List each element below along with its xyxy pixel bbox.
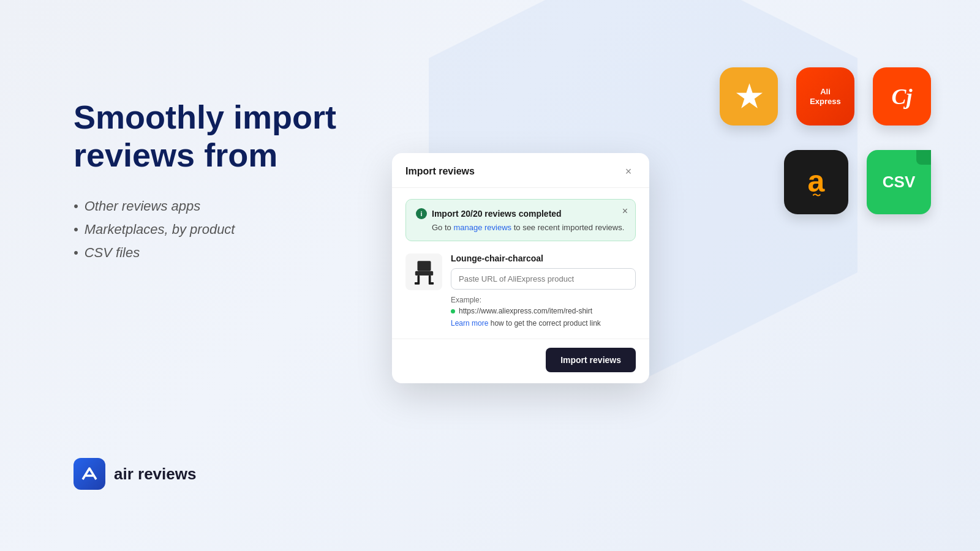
chair-svg bbox=[407, 255, 441, 289]
logo-svg bbox=[80, 465, 99, 483]
page-wrapper: Smoothly import reviews from Other revie… bbox=[0, 0, 980, 551]
product-row: Lounge-chair-charcoal Example: https://w… bbox=[405, 253, 636, 328]
product-image bbox=[405, 253, 442, 290]
svg-rect-0 bbox=[417, 261, 431, 271]
list-item: Other reviews apps bbox=[74, 198, 380, 214]
learn-more-text: Learn more how to get the correct produc… bbox=[451, 319, 636, 328]
feature-list: Other reviews apps Marketplaces, by prod… bbox=[74, 198, 380, 261]
icons-area: ★ AliExpress Cj a 〜 CSV bbox=[720, 67, 931, 233]
success-header: i Import 20/20 reviews completed bbox=[416, 208, 625, 219]
left-section: Smoothly import reviews from Other revie… bbox=[74, 98, 380, 268]
success-body: Go to manage reviews to see recent impor… bbox=[416, 223, 625, 232]
svg-rect-5 bbox=[430, 282, 434, 285]
success-banner-close-button[interactable]: × bbox=[622, 206, 628, 217]
example-label: Example: bbox=[451, 296, 636, 304]
main-headline: Smoothly import reviews from bbox=[74, 98, 380, 174]
import-dialog-wrapper: Import reviews × i Import 20/20 reviews … bbox=[392, 153, 649, 383]
example-section: Example: https://www.aliexpress.com/item… bbox=[451, 296, 636, 328]
dialog-close-button[interactable]: × bbox=[621, 164, 636, 179]
dialog-body: i Import 20/20 reviews completed Go to m… bbox=[392, 188, 649, 339]
list-item: CSV files bbox=[74, 245, 380, 261]
logo-section: air reviews bbox=[74, 458, 196, 490]
dialog-footer: Import reviews bbox=[392, 339, 649, 383]
product-details: Lounge-chair-charcoal Example: https://w… bbox=[451, 253, 636, 328]
example-url: https://www.aliexpress.com/item/red-shir… bbox=[451, 307, 636, 315]
green-dot bbox=[451, 309, 455, 313]
icon-row-top: ★ AliExpress Cj bbox=[720, 67, 931, 126]
amazon-icon: a 〜 bbox=[784, 150, 848, 214]
svg-rect-4 bbox=[414, 282, 418, 285]
aliexpress-icon: AliExpress bbox=[796, 67, 854, 126]
import-dialog: Import reviews × i Import 20/20 reviews … bbox=[392, 153, 649, 383]
csv-icon: CSV bbox=[867, 150, 931, 214]
import-reviews-button[interactable]: Import reviews bbox=[546, 348, 636, 372]
icon-row-bottom: a 〜 CSV bbox=[720, 144, 931, 214]
manage-reviews-link[interactable]: manage reviews bbox=[453, 223, 511, 232]
dialog-title: Import reviews bbox=[405, 166, 475, 177]
url-input[interactable] bbox=[451, 268, 636, 290]
success-title: Import 20/20 reviews completed bbox=[432, 209, 562, 219]
svg-rect-1 bbox=[415, 271, 432, 275]
logo-text: air reviews bbox=[114, 465, 196, 484]
success-banner: i Import 20/20 reviews completed Go to m… bbox=[405, 199, 636, 241]
info-icon: i bbox=[416, 208, 427, 219]
learn-more-link[interactable]: Learn more bbox=[451, 319, 488, 328]
cj-icon: Cj bbox=[873, 67, 931, 126]
dialog-header: Import reviews × bbox=[392, 153, 649, 188]
logo-icon bbox=[74, 458, 105, 490]
trustpilot-icon: ★ bbox=[720, 67, 778, 126]
list-item: Marketplaces, by product bbox=[74, 222, 380, 238]
product-name: Lounge-chair-charcoal bbox=[451, 253, 636, 263]
